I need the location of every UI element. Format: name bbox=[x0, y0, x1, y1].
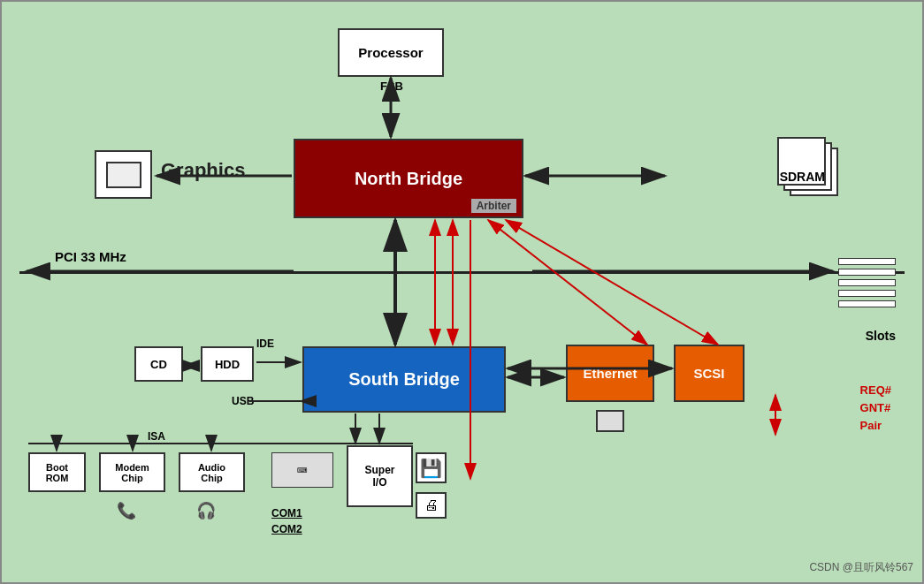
arbiter-label: Arbiter bbox=[471, 199, 516, 213]
com2-label: COM2 bbox=[271, 521, 302, 537]
scsi-label: SCSI bbox=[693, 366, 724, 381]
svg-line-13 bbox=[488, 220, 647, 345]
svg-line-14 bbox=[506, 220, 718, 345]
fsb-label: FSB bbox=[380, 80, 403, 93]
com1-label: COM1 bbox=[271, 505, 302, 521]
ethernet-label: Ethernet bbox=[584, 366, 638, 381]
sdram-label: SDRAM bbox=[780, 170, 825, 184]
super-io-label: SuperI/O bbox=[364, 464, 394, 489]
printer-icon: 🖨 bbox=[416, 492, 447, 519]
req-label: REQ# bbox=[860, 382, 891, 399]
south-bridge-block: South Bridge bbox=[302, 346, 506, 413]
ide-label: IDE bbox=[256, 338, 274, 350]
gnt-label: GNT# bbox=[860, 399, 891, 417]
audio-chip-label: AudioChip bbox=[198, 462, 225, 483]
isa-label: ISA bbox=[148, 430, 165, 443]
slots-area bbox=[838, 258, 896, 311]
floppy-symbol: 💾 bbox=[420, 458, 442, 479]
processor-label: Processor bbox=[358, 45, 423, 60]
hdd-label: HDD bbox=[215, 358, 240, 371]
audio-chip-block: AudioChip bbox=[179, 452, 245, 492]
hdd-block: HDD bbox=[201, 346, 254, 382]
super-io-block: SuperI/O bbox=[347, 445, 413, 507]
monitor-icon bbox=[106, 162, 141, 188]
arrows-overlay bbox=[2, 2, 924, 584]
floppy-icon: 💾 bbox=[416, 452, 447, 483]
south-bridge-label: South Bridge bbox=[348, 369, 460, 390]
slot-bar-3 bbox=[838, 279, 896, 286]
ethernet-port-icon bbox=[596, 410, 624, 432]
graphics-icon bbox=[95, 150, 152, 199]
ethernet-block: Ethernet bbox=[566, 345, 654, 402]
modem-chip-block: ModemChip bbox=[99, 452, 165, 492]
printer-symbol: 🖨 bbox=[424, 497, 439, 513]
north-bridge-block: North Bridge Arbiter bbox=[294, 139, 523, 218]
slot-bar-5 bbox=[838, 300, 896, 307]
processor-block: Processor bbox=[338, 28, 444, 77]
graphics-label: Graphics bbox=[161, 159, 245, 182]
scsi-block: SCSI bbox=[674, 345, 745, 402]
boot-rom-block: BootROM bbox=[28, 452, 86, 492]
slot-bar-2 bbox=[838, 269, 896, 276]
slot-bar-1 bbox=[838, 258, 896, 265]
req-gnt-legend: REQ# GNT# Pair bbox=[860, 382, 891, 435]
pair-label: Pair bbox=[860, 417, 891, 435]
slots-label: Slots bbox=[866, 329, 896, 343]
north-bridge-label: North Bridge bbox=[355, 169, 462, 189]
watermark: CSDN @且听风铃567 bbox=[809, 560, 913, 575]
phone-icon: 📞 bbox=[117, 501, 136, 520]
headphone-icon: 🎧 bbox=[196, 501, 216, 520]
modem-chip-label: ModemChip bbox=[115, 462, 149, 483]
boot-rom-label: BootROM bbox=[46, 462, 69, 483]
keyboard-symbol: ⌨ bbox=[297, 466, 308, 474]
pci-bus-line bbox=[19, 271, 905, 274]
com-labels: COM1 COM2 bbox=[271, 505, 302, 537]
cd-label: CD bbox=[150, 358, 167, 371]
pci-label: PCI 33 MHz bbox=[55, 249, 126, 264]
slot-bar-4 bbox=[838, 290, 896, 297]
cd-block: CD bbox=[134, 346, 183, 382]
motherboard-diagram: Processor FSB North Bridge Arbiter Graph… bbox=[0, 0, 924, 584]
keyboard-icon: ⌨ bbox=[271, 452, 333, 488]
usb-label: USB bbox=[232, 395, 254, 407]
